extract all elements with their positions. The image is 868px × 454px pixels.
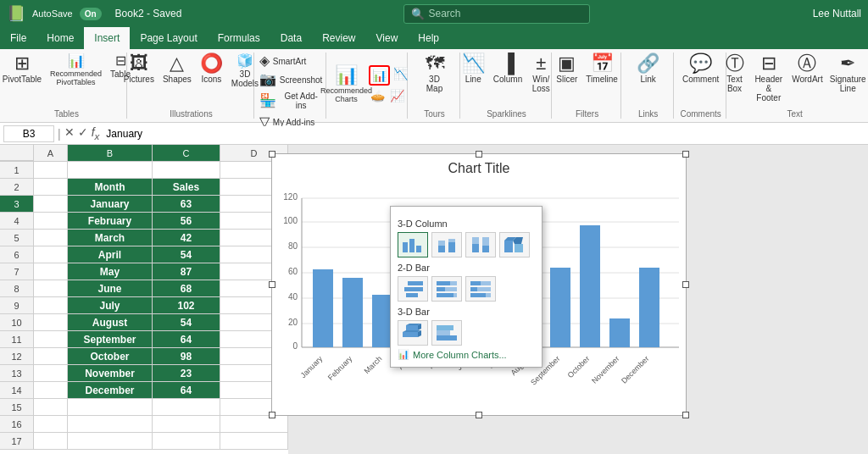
tab-insert[interactable]: Insert [84, 27, 130, 49]
recommended-charts-btn[interactable]: 📊 RecommendedCharts [326, 64, 367, 105]
cell-c15[interactable] [153, 399, 220, 416]
row-header-17[interactable]: 17 [0, 433, 34, 450]
cell-b9[interactable]: July [68, 297, 153, 314]
cell-c1[interactable] [153, 162, 220, 179]
cell-a13[interactable] [34, 365, 68, 382]
cell-b4[interactable]: February [68, 213, 153, 230]
cell-d17[interactable] [220, 433, 288, 450]
cell-a6[interactable] [34, 246, 68, 263]
cell-a16[interactable] [34, 416, 68, 433]
cell-c17[interactable] [153, 433, 220, 450]
recommended-pivot-btn[interactable]: 📊 RecommendedPivotTables [47, 53, 105, 88]
tab-data[interactable]: Data [270, 27, 312, 49]
pie-chart-btn[interactable]: 🥧 [369, 87, 387, 104]
line-sparkline-btn[interactable]: 📉 Line [459, 53, 488, 86]
cell-a15[interactable] [34, 399, 68, 416]
cancel-icon[interactable]: ✕ [64, 125, 75, 141]
cell-a10[interactable] [34, 314, 68, 331]
cell-c16[interactable] [153, 416, 220, 433]
row-header-12[interactable]: 12 [0, 348, 34, 365]
pictures-btn[interactable]: 🖼 Pictures [120, 53, 158, 86]
cell-a1[interactable] [34, 162, 68, 179]
cell-c2[interactable]: Sales [153, 179, 220, 196]
cell-c13[interactable]: 23 [153, 365, 220, 382]
col-a[interactable]: A [34, 145, 68, 161]
resize-handle-bc[interactable] [476, 412, 482, 418]
cell-b3[interactable]: January [68, 196, 153, 213]
wordart-btn[interactable]: Ⓐ WordArt [789, 53, 826, 86]
cell-a14[interactable] [34, 382, 68, 399]
timeline-btn[interactable]: 📅 Timeline [582, 53, 620, 86]
header-footer-btn[interactable]: ⊟ Header& Footer [750, 53, 788, 104]
resize-handle-bl[interactable] [269, 412, 275, 418]
insert-function-icon[interactable]: fx [92, 125, 100, 141]
tab-page-layout[interactable]: Page Layout [130, 27, 207, 49]
autosave-toggle[interactable]: On [80, 8, 102, 20]
smartart-btn[interactable]: ◈ SmartArt [256, 53, 326, 69]
cell-b15[interactable] [68, 399, 153, 416]
cell-reference[interactable]: B3 [3, 125, 54, 142]
3d-map-btn[interactable]: 🗺 3DMap [421, 53, 448, 95]
tab-help[interactable]: Help [408, 27, 449, 49]
tab-view[interactable]: View [366, 27, 409, 49]
row-header-13[interactable]: 13 [0, 365, 34, 382]
3d-col-clustered[interactable] [398, 232, 428, 257]
cell-c12[interactable]: 98 [153, 348, 220, 365]
cell-c3[interactable]: 63 [153, 196, 220, 213]
row-header-7[interactable]: 7 [0, 263, 34, 280]
cell-b11[interactable]: September [68, 331, 153, 348]
row-header-6[interactable]: 6 [0, 246, 34, 263]
resize-handle-ml[interactable] [269, 281, 275, 288]
cell-b12[interactable]: October [68, 348, 153, 365]
cell-a12[interactable] [34, 348, 68, 365]
cell-a3[interactable] [34, 196, 68, 213]
cell-a8[interactable] [34, 280, 68, 297]
icons-btn[interactable]: ⭕ Icons [197, 53, 226, 86]
shapes-btn[interactable]: △ Shapes [159, 53, 195, 86]
2d-bar-stacked[interactable] [431, 276, 462, 302]
link-btn[interactable]: 🔗 Link [633, 53, 663, 86]
cell-c6[interactable]: 54 [153, 246, 220, 263]
tab-home[interactable]: Home [36, 27, 84, 49]
cell-a5[interactable] [34, 230, 68, 246]
cell-b1[interactable] [68, 162, 153, 179]
cell-a11[interactable] [34, 331, 68, 348]
signature-line-btn[interactable]: ✒ SignatureLine [827, 53, 868, 95]
cell-a4[interactable] [34, 213, 68, 230]
confirm-icon[interactable]: ✓ [78, 125, 88, 141]
cell-b8[interactable]: June [68, 280, 153, 297]
row-header-10[interactable]: 10 [0, 314, 34, 331]
tab-file[interactable]: File [0, 27, 36, 49]
cell-b10[interactable]: August [68, 314, 153, 331]
cell-b16[interactable] [68, 416, 153, 433]
resize-handle-tr[interactable] [682, 151, 689, 158]
get-addins-btn[interactable]: 🏪 Get Add-ins [256, 90, 326, 112]
col-b[interactable]: B [68, 145, 153, 161]
3d-col-100pct[interactable] [465, 232, 496, 257]
cell-b6[interactable]: April [68, 246, 153, 263]
cell-c11[interactable]: 64 [153, 331, 220, 348]
cell-c7[interactable]: 87 [153, 263, 220, 280]
search-input[interactable] [428, 8, 569, 19]
tab-review[interactable]: Review [312, 27, 365, 49]
row-header-8[interactable]: 8 [0, 280, 34, 297]
resize-handle-tl[interactable] [269, 151, 275, 158]
cell-c8[interactable]: 68 [153, 280, 220, 297]
cell-b2[interactable]: Month [68, 179, 153, 196]
resize-handle-tc[interactable] [476, 151, 482, 158]
more-charts-link[interactable]: 📊 More Column Charts... [398, 349, 535, 360]
resize-handle-mr[interactable] [682, 281, 689, 288]
3d-col-stacked[interactable] [431, 232, 462, 257]
resize-handle-br[interactable] [682, 412, 689, 418]
bar-chart-btn[interactable]: 📉 [392, 65, 409, 86]
cell-a7[interactable] [34, 263, 68, 280]
column-chart-btn[interactable]: 📊 [369, 65, 390, 86]
cell-c5[interactable]: 42 [153, 230, 220, 246]
tab-formulas[interactable]: Formulas [208, 27, 270, 49]
3d-col-perspective[interactable] [499, 232, 530, 257]
scatter-chart-btn[interactable]: 📈 [388, 87, 406, 104]
search-box[interactable]: 🔍 [403, 4, 590, 24]
textbox-btn[interactable]: Ⓣ TextBox [721, 53, 748, 95]
pivottable-btn[interactable]: ⊞ PivotTable [0, 53, 45, 86]
formula-input[interactable]: January [103, 126, 865, 141]
